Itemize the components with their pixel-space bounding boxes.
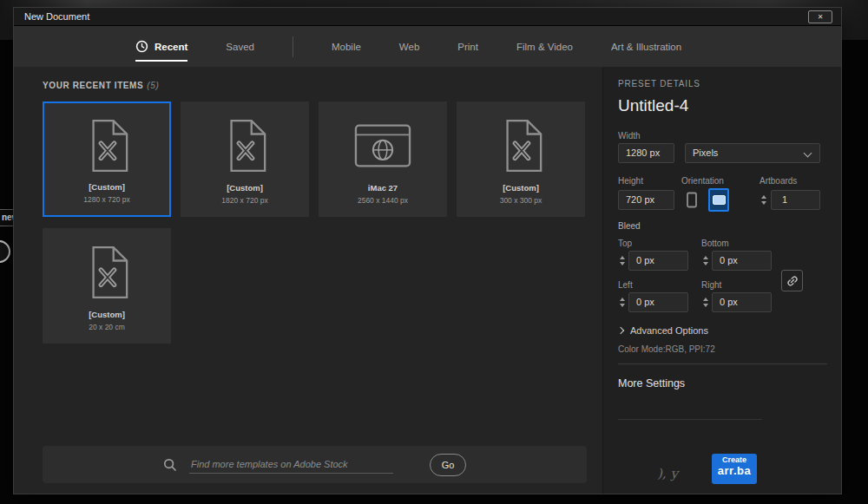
units-select[interactable]: Pixels [685,143,820,163]
document-icon [83,103,130,182]
tab-label: Web [399,42,419,52]
stepper-up-icon [761,195,766,199]
width-input[interactable]: 1280 px [618,143,674,163]
more-settings-link[interactable]: More Settings [618,377,685,389]
tab-mobile[interactable]: Mobile [332,26,361,67]
tab-web[interactable]: Web [399,26,419,67]
stepper-down-icon [703,304,708,307]
height-label: Height [618,176,643,186]
stepper-up-icon [620,298,625,301]
dialog-titlebar[interactable]: New Document ✕ [14,8,841,26]
advanced-options-label: Advanced Options [630,325,708,336]
artboards-stepper[interactable] [760,190,767,209]
bleed-bottom-input[interactable]: 0 px [712,251,772,271]
bleed-top-input[interactable]: 0 px [628,251,688,271]
search-input[interactable] [189,455,393,474]
template-card-imac-27[interactable]: iMac 27 2560 x 1440 px [319,101,447,217]
bleed-bottom-label: Bottom [701,239,729,248]
new-document-dialog: New Document ✕ Recent Saved Mobile Web P… [13,7,842,494]
template-name: iMac 27 [368,183,398,193]
template-card-grid: [Custom] 1280 x 720 px [Custom] 1820 x 7… [43,101,598,344]
recent-items-heading-text: YOUR RECENT ITEMS [43,81,143,90]
stepper-down-icon [620,262,625,265]
tab-divider [293,36,293,57]
tab-label: Mobile [332,42,361,52]
units-value: Pixels [693,147,718,158]
template-card-custom-1820x720[interactable]: [Custom] 1820 x 720 px [181,101,309,217]
template-card-custom-1280x720[interactable]: [Custom] 1280 x 720 px [43,101,171,217]
recent-items-heading: YOUR RECENT ITEMS(5) [43,81,159,90]
template-name: [Custom] [89,310,125,319]
recent-items-count: (5) [147,81,159,90]
stepper-down-icon [703,262,708,265]
bleed-right-stepper[interactable] [701,292,709,311]
advanced-options-toggle[interactable]: Advanced Options [618,325,708,336]
tab-label: Recent [155,42,187,52]
adobe-stock-searchbar: Go [43,446,587,483]
template-name: [Custom] [89,182,125,192]
tab-film-video[interactable]: Film & Video [516,26,573,67]
tab-label: Film & Video [516,42,573,52]
bleed-left-input[interactable]: 0 px [628,292,688,312]
tab-label: Print [457,42,478,52]
artboards-label: Artboards [760,176,797,186]
panel-divider-faint [618,419,762,420]
tab-print[interactable]: Print [457,26,478,67]
stepper-up-icon [620,256,625,259]
bleed-link-button[interactable] [781,270,803,291]
search-icon [163,458,177,472]
browser-globe-icon [354,102,411,183]
artboards-input[interactable]: 1 [771,190,820,210]
orientation-landscape-button[interactable] [708,188,729,212]
template-card-custom-300x300[interactable]: [Custom] 300 x 300 px [457,101,585,217]
tab-label: Art & Illustration [611,42,681,52]
go-button[interactable]: Go [430,454,466,476]
clock-icon [135,40,148,53]
orientation-portrait-button[interactable] [681,188,702,212]
bleed-left-label: Left [618,280,633,290]
bleed-top-stepper[interactable] [618,251,626,270]
stepper-down-icon [620,304,625,307]
tab-saved[interactable]: Saved [226,26,254,67]
template-size: 20 x 20 cm [89,323,125,331]
template-size: 2560 x 1440 px [358,196,408,205]
bleed-top-label: Top [618,239,632,248]
stepper-down-icon [761,201,766,205]
preset-details-panel: PRESET DETAILS Untitled-4 Width 1280 px … [602,67,841,494]
create-button-artifact-text: arr.ba [712,464,757,477]
bleed-left-stepper[interactable] [618,292,626,311]
create-button[interactable]: Create arr.ba [712,454,757,484]
document-icon [497,102,544,183]
height-input[interactable]: 720 px [618,190,674,210]
dialog-title: New Document [14,11,89,22]
orientation-label: Orientation [681,176,724,186]
tab-art-illustration[interactable]: Art & Illustration [611,26,681,67]
bleed-label: Bleed [618,221,641,231]
color-mode-summary: Color Mode:RGB, PPI:72 [618,344,715,354]
width-label: Width [618,131,641,141]
chevron-down-icon [804,149,812,158]
bleed-bottom-stepper[interactable] [701,251,709,270]
template-size: 1820 x 720 px [221,196,267,205]
close-icon: ✕ [818,13,824,21]
desktop: new New Document ✕ Recent Saved Mobile W… [0,0,868,504]
preset-details-heading: PRESET DETAILS [618,79,700,88]
template-size: 300 x 300 px [500,196,542,205]
portrait-orientation-icon [686,192,698,208]
render-artifact-text: ), y [657,466,678,481]
background-circle-button [0,240,10,263]
template-card-custom-20x20[interactable]: [Custom] 20 x 20 cm [43,228,171,344]
tab-recent[interactable]: Recent [135,26,187,67]
bleed-right-label: Right [701,280,721,290]
document-name-field[interactable]: Untitled-4 [618,96,688,115]
bleed-right-input[interactable]: 0 px [712,292,772,312]
chevron-right-icon [617,327,624,334]
create-button-label: Create [712,455,757,464]
document-icon [83,229,130,310]
close-button[interactable]: ✕ [808,10,832,23]
document-icon [221,102,268,183]
panel-divider [618,363,827,364]
link-icon [786,274,799,288]
template-name: [Custom] [503,183,539,193]
stepper-up-icon [703,298,708,301]
